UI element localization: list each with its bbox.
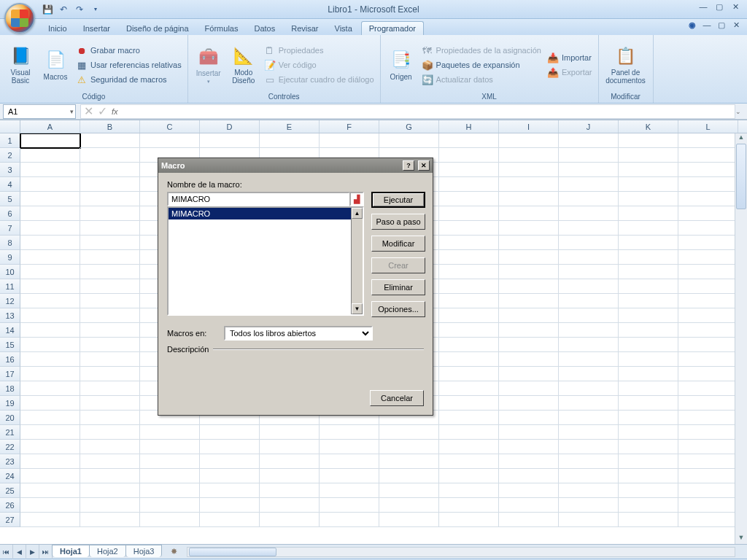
- cell[interactable]: [80, 440, 140, 454]
- cell[interactable]: [320, 483, 379, 498]
- row-header[interactable]: 5: [0, 192, 20, 206]
- cell[interactable]: [140, 425, 200, 440]
- cell[interactable]: [619, 513, 678, 527]
- cell[interactable]: [499, 513, 559, 527]
- name-box[interactable]: A1▾: [3, 104, 76, 119]
- cell[interactable]: [20, 498, 80, 513]
- cell[interactable]: [619, 250, 678, 265]
- insertar-control-button[interactable]: 🧰Insertar▾: [193, 38, 225, 92]
- column-header[interactable]: H: [439, 120, 499, 133]
- cell[interactable]: [559, 163, 619, 177]
- cell[interactable]: [80, 148, 140, 163]
- cell[interactable]: [379, 483, 439, 498]
- cell[interactable]: [678, 411, 738, 425]
- cell[interactable]: [20, 294, 80, 308]
- cell[interactable]: [80, 396, 140, 411]
- cell[interactable]: [499, 177, 559, 192]
- row-header[interactable]: 17: [0, 367, 20, 381]
- cell[interactable]: [499, 469, 559, 483]
- sheet-first-icon[interactable]: ⏮: [0, 545, 13, 559]
- cell[interactable]: [439, 454, 499, 469]
- cell[interactable]: [499, 381, 559, 396]
- cell[interactable]: [499, 250, 559, 265]
- cell[interactable]: [678, 279, 738, 294]
- cell[interactable]: [619, 469, 678, 483]
- modo-diseno-button[interactable]: 📐Modo Diseño: [228, 38, 260, 92]
- macros-en-select[interactable]: Todos los libros abiertos: [224, 326, 373, 341]
- formula-input-area[interactable]: ✕ ✓ fx: [80, 104, 735, 119]
- row-header[interactable]: 13: [0, 308, 20, 323]
- cell[interactable]: [499, 483, 559, 498]
- cell[interactable]: [260, 498, 320, 513]
- cell[interactable]: [619, 352, 678, 367]
- ejecutar-button[interactable]: Ejecutar: [371, 192, 425, 208]
- cell[interactable]: [619, 411, 678, 425]
- cell[interactable]: [439, 469, 499, 483]
- cell[interactable]: [619, 279, 678, 294]
- cell[interactable]: [559, 206, 619, 221]
- cell[interactable]: [678, 352, 738, 367]
- cell[interactable]: [678, 192, 738, 206]
- cell[interactable]: [559, 192, 619, 206]
- cell[interactable]: [499, 425, 559, 440]
- cell[interactable]: [678, 133, 738, 148]
- cell[interactable]: [619, 192, 678, 206]
- cell[interactable]: [678, 483, 738, 498]
- tab-diseno[interactable]: Diseño de página: [119, 22, 196, 35]
- cell[interactable]: [499, 411, 559, 425]
- row-header[interactable]: 4: [0, 177, 20, 192]
- cell[interactable]: [200, 513, 260, 527]
- tab-formulas[interactable]: Fórmulas: [198, 22, 246, 35]
- row-header[interactable]: 16: [0, 352, 20, 367]
- column-header[interactable]: I: [499, 120, 559, 133]
- cell[interactable]: [200, 469, 260, 483]
- cell[interactable]: [619, 294, 678, 308]
- cell[interactable]: [499, 396, 559, 411]
- row-header[interactable]: 6: [0, 206, 20, 221]
- origen-button[interactable]: 📑Origen: [385, 38, 417, 92]
- cell[interactable]: [80, 294, 140, 308]
- scroll-up-icon[interactable]: ▲: [735, 133, 747, 144]
- cell[interactable]: [140, 469, 200, 483]
- scroll-down-icon[interactable]: ▼: [735, 534, 747, 544]
- cell[interactable]: [140, 483, 200, 498]
- seguridad-macros-button[interactable]: ⚠Seguridad de macros: [74, 73, 183, 86]
- cell[interactable]: [559, 411, 619, 425]
- column-header[interactable]: B: [80, 120, 140, 133]
- cell[interactable]: [499, 192, 559, 206]
- cell[interactable]: [439, 177, 499, 192]
- cell[interactable]: [80, 411, 140, 425]
- cell[interactable]: [619, 148, 678, 163]
- cell[interactable]: [439, 148, 499, 163]
- cell[interactable]: [20, 265, 80, 279]
- cell[interactable]: [260, 483, 320, 498]
- cell[interactable]: [379, 133, 439, 148]
- cell[interactable]: [320, 469, 379, 483]
- cell[interactable]: [200, 440, 260, 454]
- cell[interactable]: [559, 338, 619, 352]
- cell[interactable]: [559, 148, 619, 163]
- cell[interactable]: [499, 236, 559, 250]
- fx-icon[interactable]: fx: [112, 107, 118, 116]
- cell[interactable]: [619, 236, 678, 250]
- cell[interactable]: [678, 250, 738, 265]
- panel-documentos-button[interactable]: 📋Panel de documentos: [603, 38, 649, 92]
- paquetes-expansion-button[interactable]: 📦Paquetes de expansión: [420, 58, 543, 71]
- cell[interactable]: [20, 308, 80, 323]
- column-header[interactable]: K: [619, 120, 678, 133]
- cell[interactable]: [678, 265, 738, 279]
- cell[interactable]: [678, 367, 738, 381]
- column-header[interactable]: C: [140, 120, 200, 133]
- cell[interactable]: [499, 265, 559, 279]
- cell[interactable]: [439, 221, 499, 236]
- cell[interactable]: [20, 381, 80, 396]
- cell[interactable]: [379, 498, 439, 513]
- cell[interactable]: [20, 425, 80, 440]
- help-icon[interactable]: ◉: [686, 20, 699, 32]
- cell[interactable]: [678, 425, 738, 440]
- cell[interactable]: [678, 148, 738, 163]
- cell[interactable]: [559, 265, 619, 279]
- cell[interactable]: [499, 338, 559, 352]
- cell[interactable]: [260, 133, 320, 148]
- cell[interactable]: [260, 469, 320, 483]
